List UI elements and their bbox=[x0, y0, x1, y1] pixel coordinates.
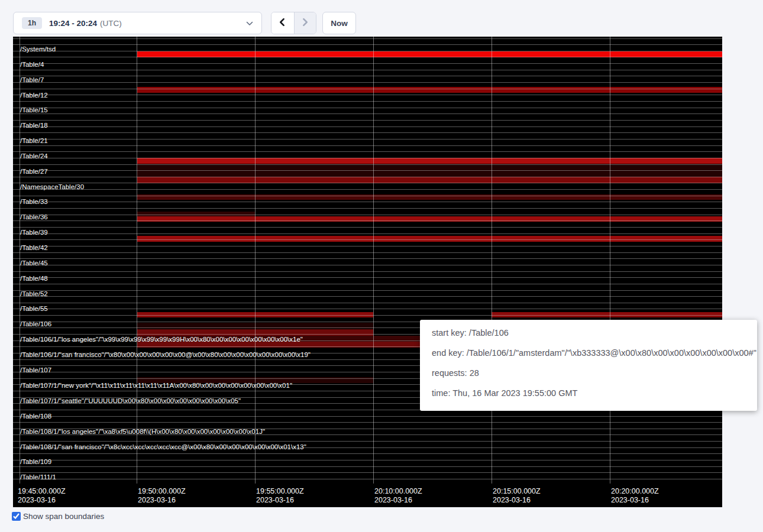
span-boundary-line bbox=[13, 479, 722, 479]
heatmap-row-label: /Table/39 bbox=[20, 228, 48, 236]
duration-badge: 1h bbox=[22, 17, 42, 29]
tooltip-time: time: Thu, 16 Mar 2023 19:55:00 GMT bbox=[432, 388, 745, 398]
span-boundary-line bbox=[13, 57, 722, 57]
time-nav-group bbox=[271, 12, 316, 34]
span-boundary-line bbox=[13, 416, 722, 417]
heatmap-row-label: /Table/4 bbox=[20, 60, 44, 69]
heatmap-row-label: /Table/7 bbox=[20, 76, 44, 84]
span-boundary-line bbox=[13, 265, 722, 265]
time-gridline bbox=[610, 37, 610, 484]
heatmap-row-label: /Table/42 bbox=[20, 244, 48, 252]
heatmap-row-label: /Table/27 bbox=[20, 167, 48, 176]
span-boundary-line bbox=[13, 271, 722, 272]
span-boundary-line bbox=[13, 315, 722, 316]
span-boundary-line bbox=[13, 145, 722, 146]
span-boundary-line bbox=[13, 472, 722, 473]
span-boundary-line bbox=[13, 164, 722, 165]
show-span-boundaries-label: Show span boundaries bbox=[23, 512, 104, 521]
heatmap-row-label: /Table/109 bbox=[20, 458, 51, 466]
heatmap-row-label: /Table/48 bbox=[20, 274, 48, 283]
x-axis-tick: 20:20:00.000Z2023-03-16 bbox=[611, 487, 659, 505]
span-boundary-line bbox=[13, 296, 722, 297]
heatmap-row-label: /Table/108/1/"san francisco"/"\x8c\xcc\x… bbox=[20, 443, 306, 451]
heatmap[interactable]: /System/tsd/Table/4/Table/7/Table/12/Tab… bbox=[13, 37, 722, 507]
tick-date: 2023-03-16 bbox=[374, 496, 422, 505]
span-boundary-line bbox=[13, 189, 722, 190]
x-axis-tick: 20:15:00.000Z2023-03-16 bbox=[493, 487, 541, 505]
tick-time: 20:10:00.000Z bbox=[374, 487, 422, 496]
span-boundary-line bbox=[13, 113, 722, 114]
x-axis-tick: 19:45:00.000Z2023-03-16 bbox=[18, 487, 66, 505]
tick-date: 2023-03-16 bbox=[493, 496, 541, 505]
span-boundary-line bbox=[13, 126, 722, 127]
span-boundary-line bbox=[13, 139, 722, 140]
tick-date: 2023-03-16 bbox=[611, 496, 659, 505]
heat-band[interactable] bbox=[137, 236, 722, 242]
heatmap-row-label: /Table/15 bbox=[20, 106, 48, 114]
span-boundary-line bbox=[13, 284, 722, 284]
span-boundary-line bbox=[13, 108, 722, 108]
heatmap-row-label: /Table/45 bbox=[20, 259, 48, 267]
span-boundary-line bbox=[13, 101, 722, 102]
heat-band[interactable] bbox=[137, 177, 722, 183]
prev-time-button[interactable] bbox=[271, 12, 294, 34]
heatmap-row-label: /System/tsd bbox=[20, 45, 56, 53]
span-boundary-line bbox=[13, 183, 722, 183]
span-boundary-line bbox=[13, 239, 722, 240]
heatmap-row-label: /Table/108/1/"los angeles"/"\xa8\xf5\u00… bbox=[20, 427, 265, 436]
heatmap-row-label: /Table/108 bbox=[20, 412, 51, 420]
span-boundary-line bbox=[13, 227, 722, 228]
span-boundary-line bbox=[13, 290, 722, 291]
span-boundary-line bbox=[13, 453, 722, 454]
heatmap-row-label: /Table/12 bbox=[20, 91, 48, 99]
tooltip-requests: requests: 28 bbox=[432, 368, 745, 378]
toolbar: 1h 19:24 - 20:24 (UTC) Now bbox=[0, 0, 763, 37]
x-axis-tick: 19:55:00.000Z2023-03-16 bbox=[256, 487, 304, 505]
span-boundary-line bbox=[13, 38, 722, 39]
span-boundary-line bbox=[13, 158, 722, 158]
heatmap-row-label: /Table/24 bbox=[20, 152, 48, 160]
time-gridline bbox=[255, 37, 256, 484]
span-boundary-line bbox=[13, 63, 722, 64]
chevron-left-icon bbox=[278, 18, 287, 28]
heat-band[interactable] bbox=[137, 164, 722, 170]
span-boundaries-row: Show span boundaries bbox=[12, 512, 104, 521]
time-gridline bbox=[137, 37, 137, 484]
time-range-label: 19:24 - 20:24 bbox=[49, 19, 97, 28]
time-gridline bbox=[373, 37, 374, 484]
key-visualizer-page: 1h 19:24 - 20:24 (UTC) Now /System/tsd/T… bbox=[0, 0, 763, 532]
heatmap-row-label: /Table/106/1/"san francisco"/"\x80\x00\x… bbox=[20, 351, 311, 359]
span-boundary-line bbox=[13, 170, 722, 171]
tooltip-end-key: end key: /Table/106/1/"amsterdam"/"\xb33… bbox=[432, 348, 745, 358]
heatmap-row-label: /Table/111/1 bbox=[20, 473, 56, 481]
next-time-button[interactable] bbox=[294, 12, 316, 34]
heat-band[interactable] bbox=[137, 170, 722, 177]
show-span-boundaries-checkbox[interactable] bbox=[12, 512, 21, 521]
chevron-down-icon bbox=[246, 20, 253, 27]
span-boundary-line bbox=[13, 246, 722, 246]
span-boundary-line bbox=[13, 132, 722, 133]
span-boundary-line bbox=[13, 215, 722, 215]
chevron-right-icon bbox=[300, 18, 309, 28]
heatmap-row-label: /Table/107/1/"seattle"/"UUUUUUD\x00\x80\… bbox=[20, 397, 241, 405]
x-axis-tick: 19:50:00.000Z2023-03-16 bbox=[138, 487, 186, 505]
time-gridline bbox=[492, 37, 492, 484]
span-boundary-line bbox=[13, 202, 722, 202]
tick-date: 2023-03-16 bbox=[138, 496, 186, 505]
span-boundary-line bbox=[13, 120, 722, 121]
span-boundary-line bbox=[13, 277, 722, 278]
heatmap-row-label: /Table/52 bbox=[20, 290, 48, 298]
span-boundary-line bbox=[13, 441, 722, 442]
heat-band[interactable] bbox=[137, 87, 722, 93]
span-boundary-line bbox=[13, 177, 722, 177]
time-range-select[interactable]: 1h 19:24 - 20:24 (UTC) bbox=[13, 12, 262, 34]
heatmap-row-label: /NamespaceTable/30 bbox=[20, 183, 84, 191]
heatmap-row-label: /Table/21 bbox=[20, 137, 48, 145]
heat-band[interactable] bbox=[137, 158, 722, 164]
span-boundary-line bbox=[13, 309, 722, 309]
tick-time: 20:20:00.000Z bbox=[611, 487, 659, 496]
now-button[interactable]: Now bbox=[322, 12, 356, 34]
span-boundary-line bbox=[13, 422, 722, 423]
heatmap-row-label: /Table/55 bbox=[20, 304, 48, 313]
heatmap-row-label: /Table/107 bbox=[20, 366, 51, 374]
